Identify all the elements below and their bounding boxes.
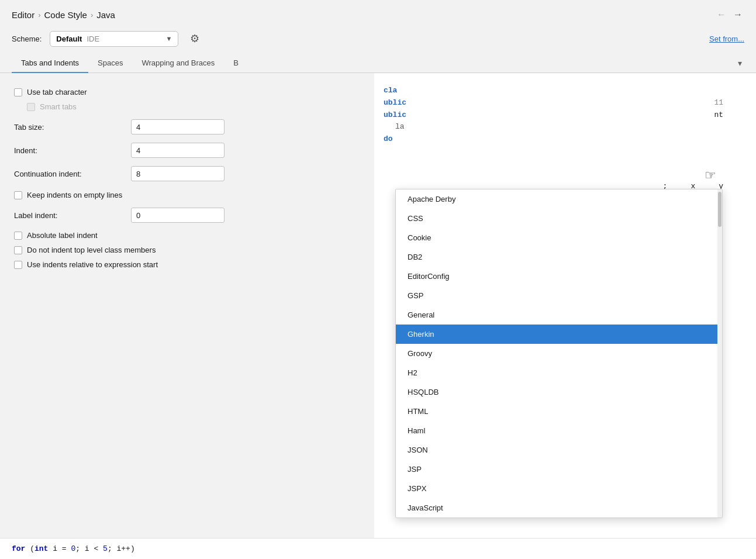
dropdown-item-h2[interactable]: H2 bbox=[396, 363, 722, 382]
use-tab-character-checkbox[interactable] bbox=[14, 88, 22, 96]
tabs-row: Tabs and Indents Spaces Wrapping and Bra… bbox=[0, 54, 756, 73]
keep-indents-row: Keep indents on empty lines bbox=[14, 188, 360, 202]
dropdown-item-haml[interactable]: Haml bbox=[396, 421, 722, 440]
content-area: Use tab character Smart tabs Tab size: I… bbox=[0, 73, 756, 538]
no-indent-top-row: Do not indent top level class members bbox=[14, 243, 360, 257]
cursor-icon: ☞ bbox=[705, 168, 716, 183]
no-indent-top-checkbox[interactable] bbox=[14, 246, 22, 254]
absolute-label-indent-row: Absolute label indent bbox=[14, 228, 360, 243]
keep-indents-checkbox[interactable] bbox=[14, 191, 22, 199]
dropdown-item-cookie[interactable]: Cookie bbox=[396, 228, 722, 247]
tab-more-button[interactable]: ▾ bbox=[736, 54, 744, 73]
set-from-link[interactable]: Set from... bbox=[709, 34, 744, 43]
nav-back-button[interactable]: ← bbox=[715, 8, 728, 21]
bottom-code: for (int i = 0; i < 5; i++) bbox=[12, 544, 135, 553]
label-indent-input[interactable] bbox=[131, 208, 225, 223]
tab-b[interactable]: B bbox=[224, 54, 248, 73]
dropdown-item-general[interactable]: General bbox=[396, 305, 722, 325]
tab-wrapping-and-braces[interactable]: Wrapping and Braces bbox=[132, 54, 224, 73]
code-line-4: la bbox=[384, 121, 747, 133]
dropdown-item-json[interactable]: JSON bbox=[396, 440, 722, 460]
absolute-label-indent-label: Absolute label indent bbox=[27, 231, 98, 240]
no-indent-top-label: Do not indent top level class members bbox=[27, 246, 156, 254]
scheme-dropdown-arrow: ▼ bbox=[165, 35, 172, 42]
code-line-3: ublicnt bbox=[384, 109, 747, 122]
scheme-dropdown[interactable]: Default IDE ▼ bbox=[50, 31, 178, 47]
indent-input[interactable] bbox=[131, 143, 225, 158]
dropdown-scrollbar[interactable] bbox=[717, 189, 722, 517]
dropdown-item-apache-derby[interactable]: Apache Derby bbox=[396, 189, 722, 209]
scheme-label: Scheme: bbox=[12, 34, 42, 43]
keep-indents-label: Keep indents on empty lines bbox=[27, 191, 122, 199]
continuation-indent-input[interactable] bbox=[131, 166, 225, 181]
dropdown-item-gherkin[interactable]: Gherkin bbox=[396, 325, 722, 344]
nav-arrows: ← → bbox=[715, 8, 744, 21]
breadcrumb-editor: Editor bbox=[12, 10, 34, 20]
use-indents-relative-row: Use indents relative to expression start bbox=[14, 257, 360, 272]
breadcrumb-bar: Editor › Code Style › Java ← → bbox=[0, 0, 756, 27]
gear-button[interactable]: ⚙ bbox=[187, 30, 203, 47]
tab-size-row: Tab size: bbox=[14, 116, 360, 137]
breadcrumb-sep-1: › bbox=[38, 11, 40, 19]
code-line-1: cla bbox=[384, 85, 747, 97]
breadcrumb-java: Java bbox=[96, 10, 115, 20]
dropdown-item-jsp[interactable]: JSP bbox=[396, 460, 722, 479]
dropdown-item-gsp[interactable]: GSP bbox=[396, 286, 722, 305]
continuation-indent-row: Continuation indent: bbox=[14, 163, 360, 184]
dropdown-item-db2[interactable]: DB2 bbox=[396, 247, 722, 267]
breadcrumb-codestyle: Code Style bbox=[44, 10, 87, 20]
scheme-subname: IDE bbox=[87, 34, 99, 43]
smart-tabs-checkbox[interactable] bbox=[27, 103, 35, 111]
dropdown-item-jspx[interactable]: JSPX bbox=[396, 479, 722, 498]
use-indents-relative-checkbox[interactable] bbox=[14, 261, 22, 269]
tab-tabs-and-indents[interactable]: Tabs and Indents bbox=[12, 54, 88, 73]
absolute-label-indent-checkbox[interactable] bbox=[14, 232, 22, 240]
bottom-bar: for (int i = 0; i < 5; i++) bbox=[0, 538, 756, 559]
code-line-5: do bbox=[384, 133, 747, 146]
scheme-row: Scheme: Default IDE ▼ ⚙ Set from... bbox=[0, 27, 756, 54]
code-line-2: ublic11 bbox=[384, 97, 747, 109]
scheme-name: Default bbox=[56, 34, 82, 43]
tab-spaces[interactable]: Spaces bbox=[88, 54, 132, 73]
indent-label: Indent: bbox=[14, 146, 131, 155]
smart-tabs-row: Smart tabs bbox=[14, 99, 360, 114]
dropdown-item-css[interactable]: CSS bbox=[396, 209, 722, 228]
dropdown-scrollbar-thumb bbox=[718, 192, 722, 227]
breadcrumb-sep-2: › bbox=[91, 11, 93, 19]
label-indent-label: Label indent: bbox=[14, 211, 131, 220]
tab-size-input[interactable] bbox=[131, 119, 225, 134]
left-panel: Use tab character Smart tabs Tab size: I… bbox=[0, 73, 374, 538]
dropdown-item-html[interactable]: HTML bbox=[396, 402, 722, 421]
set-from-dropdown: Apache Derby CSS Cookie DB2 EditorConfig… bbox=[395, 189, 723, 518]
smart-tabs-label: Smart tabs bbox=[40, 102, 77, 111]
breadcrumb: Editor › Code Style › Java bbox=[12, 10, 115, 20]
code-preview: cla ublic11 ublicnt la do y x ; bbox=[374, 73, 756, 192]
dropdown-item-groovy[interactable]: Groovy bbox=[396, 344, 722, 363]
continuation-indent-label: Continuation indent: bbox=[14, 170, 131, 178]
dropdown-item-hsqldb[interactable]: HSQLDB bbox=[396, 382, 722, 402]
use-tab-character-row: Use tab character bbox=[14, 85, 360, 99]
use-indents-relative-label: Use indents relative to expression start bbox=[27, 260, 158, 269]
use-tab-character-label: Use tab character bbox=[27, 88, 87, 96]
indent-row: Indent: bbox=[14, 140, 360, 161]
nav-forward-button[interactable]: → bbox=[731, 8, 744, 21]
main-container: Editor › Code Style › Java ← → Scheme: D… bbox=[0, 0, 756, 559]
dropdown-item-javascript[interactable]: JavaScript bbox=[396, 498, 722, 517]
label-indent-row: Label indent: bbox=[14, 205, 360, 226]
dropdown-item-editorconfig[interactable]: EditorConfig bbox=[396, 267, 722, 286]
tab-size-label: Tab size: bbox=[14, 123, 131, 132]
